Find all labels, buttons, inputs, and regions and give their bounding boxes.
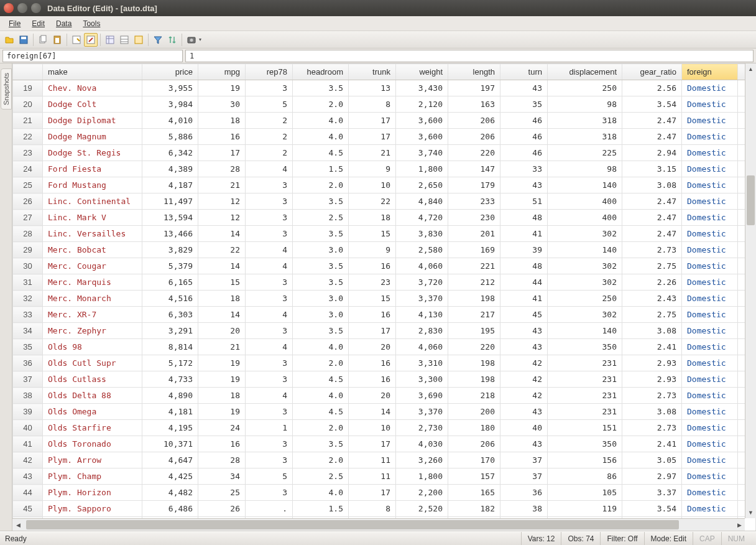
cell-displacement[interactable]: 140 xyxy=(548,177,622,193)
cell-headroom[interactable]: 1.5 xyxy=(293,501,349,517)
cell-mpg[interactable]: 15 xyxy=(198,274,246,291)
cell-weight[interactable]: 2,730 xyxy=(396,420,448,436)
cell-foreign[interactable]: Domestic xyxy=(682,113,738,129)
cell-displacement[interactable]: 98 xyxy=(548,161,622,177)
cell-length[interactable]: 220 xyxy=(448,339,500,355)
scroll-up-icon[interactable]: ▲ xyxy=(745,63,756,75)
cell-turn[interactable]: 43 xyxy=(500,323,548,339)
cell-price[interactable]: 4,425 xyxy=(142,468,198,485)
cell-price[interactable]: 3,829 xyxy=(142,242,198,258)
cell-trunk[interactable]: 8 xyxy=(349,96,396,113)
cell-length[interactable]: 179 xyxy=(448,177,500,193)
cell-headroom[interactable]: 2.0 xyxy=(293,420,349,436)
cell-make[interactable]: Dodge Diplomat xyxy=(43,113,142,129)
cell-rep78[interactable]: 3 xyxy=(246,291,293,307)
cell-weight[interactable]: 3,600 xyxy=(396,129,448,145)
cell-price[interactable]: 4,010 xyxy=(142,113,198,129)
cell-displacement[interactable]: 318 xyxy=(548,113,622,129)
cell-price[interactable]: 6,342 xyxy=(142,145,198,161)
cell-rep78[interactable]: 3 xyxy=(246,274,293,291)
cell-gear_ratio[interactable]: 2.93 xyxy=(622,371,682,388)
cell-mpg[interactable]: 20 xyxy=(198,323,246,339)
cell-trunk[interactable]: 13 xyxy=(349,80,396,96)
cell-price[interactable]: 10,371 xyxy=(142,436,198,452)
cell-make[interactable]: Olds Toronado xyxy=(43,436,142,452)
cell-length[interactable]: 195 xyxy=(448,323,500,339)
cell-price[interactable]: 3,984 xyxy=(142,96,198,113)
cell-turn[interactable]: 36 xyxy=(500,485,548,501)
cell-headroom[interactable]: 2.5 xyxy=(293,468,349,485)
table-row[interactable]: 37Olds Cutlass4,7331934.5163,30019842231… xyxy=(13,371,756,388)
cell-weight[interactable]: 3,370 xyxy=(396,291,448,307)
cell-gear_ratio[interactable]: 3.08 xyxy=(622,177,682,193)
open-icon[interactable] xyxy=(2,33,16,47)
cell-turn[interactable]: 48 xyxy=(500,210,548,226)
row-header[interactable]: 37 xyxy=(13,371,43,388)
cell-rep78[interactable]: 3 xyxy=(246,371,293,388)
cell-foreign[interactable]: Domestic xyxy=(682,452,738,468)
cell-make[interactable]: Linc. Mark V xyxy=(43,210,142,226)
cell-headroom[interactable]: 4.5 xyxy=(293,371,349,388)
column-header-length[interactable]: length xyxy=(448,64,500,80)
cell-price[interactable]: 4,389 xyxy=(142,161,198,177)
cell-displacement[interactable]: 302 xyxy=(548,258,622,274)
cell-price[interactable]: 11,497 xyxy=(142,193,198,210)
paste-icon[interactable] xyxy=(50,33,64,47)
cell-displacement[interactable]: 400 xyxy=(548,193,622,210)
table-row[interactable]: 31Merc. Marquis6,1651533.5233,7202124430… xyxy=(13,274,756,291)
column-header-price[interactable]: price xyxy=(142,64,198,80)
variables-manager-icon[interactable] xyxy=(103,33,117,47)
cell-displacement[interactable]: 151 xyxy=(548,420,622,436)
cell-trunk[interactable]: 10 xyxy=(349,420,396,436)
cell-price[interactable]: 13,594 xyxy=(142,210,198,226)
cell-make[interactable]: Chev. Nova xyxy=(43,80,142,96)
table-row[interactable]: 30Merc. Cougar5,3791443.5164,06022148302… xyxy=(13,258,756,274)
cell-length[interactable]: 198 xyxy=(448,371,500,388)
cell-foreign[interactable]: Domestic xyxy=(682,485,738,501)
cell-mpg[interactable]: 19 xyxy=(198,371,246,388)
cell-displacement[interactable]: 350 xyxy=(548,436,622,452)
cell-mpg[interactable]: 34 xyxy=(198,468,246,485)
maximize-icon[interactable] xyxy=(31,3,41,13)
table-row[interactable]: 45Plym. Sapporo6,48626.1.582,52018238119… xyxy=(13,501,756,517)
cell-foreign[interactable]: Domestic xyxy=(682,468,738,485)
cell-rep78[interactable]: 3 xyxy=(246,404,293,420)
cell-turn[interactable]: 43 xyxy=(500,404,548,420)
minimize-icon[interactable] xyxy=(17,3,27,13)
cell-make[interactable]: Olds Starfire xyxy=(43,420,142,436)
sort-icon[interactable] xyxy=(165,33,179,47)
table-row[interactable]: 26Linc. Continental11,4971233.5224,84023… xyxy=(13,193,756,210)
cell-turn[interactable]: 37 xyxy=(500,452,548,468)
cell-foreign[interactable]: Domestic xyxy=(682,420,738,436)
cell-trunk[interactable]: 16 xyxy=(349,307,396,323)
cell-weight[interactable]: 2,120 xyxy=(396,96,448,113)
cell-mpg[interactable]: 19 xyxy=(198,80,246,96)
row-header[interactable]: 19 xyxy=(13,80,43,96)
cell-price[interactable]: 6,165 xyxy=(142,274,198,291)
cell-headroom[interactable]: 3.0 xyxy=(293,242,349,258)
cell-price[interactable]: 3,955 xyxy=(142,80,198,96)
snapshot-icon[interactable] xyxy=(185,33,198,47)
cell-headroom[interactable]: 3.0 xyxy=(293,291,349,307)
cell-make[interactable]: Plym. Arrow xyxy=(43,452,142,468)
cell-make[interactable]: Merc. Cougar xyxy=(43,258,142,274)
cell-mpg[interactable]: 21 xyxy=(198,177,246,193)
cell-foreign[interactable]: Domestic xyxy=(682,226,738,242)
cell-make[interactable]: Merc. Marquis xyxy=(43,274,142,291)
cell-mpg[interactable]: 19 xyxy=(198,355,246,371)
menu-file[interactable]: File xyxy=(4,18,25,29)
edit-mode-icon[interactable] xyxy=(84,33,98,47)
row-header[interactable]: 40 xyxy=(13,420,43,436)
column-header-rep78[interactable]: rep78 xyxy=(246,64,293,80)
cell-mpg[interactable]: 14 xyxy=(198,307,246,323)
cell-price[interactable]: 4,733 xyxy=(142,371,198,388)
row-header[interactable]: 38 xyxy=(13,388,43,404)
row-header[interactable]: 30 xyxy=(13,258,43,274)
row-header[interactable]: 35 xyxy=(13,339,43,355)
cell-price[interactable]: 6,486 xyxy=(142,501,198,517)
cell-gear_ratio[interactable]: 2.97 xyxy=(622,468,682,485)
cell-price[interactable]: 6,303 xyxy=(142,307,198,323)
column-header-mpg[interactable]: mpg xyxy=(198,64,246,80)
row-header[interactable]: 28 xyxy=(13,226,43,242)
cell-rep78[interactable]: 3 xyxy=(246,193,293,210)
